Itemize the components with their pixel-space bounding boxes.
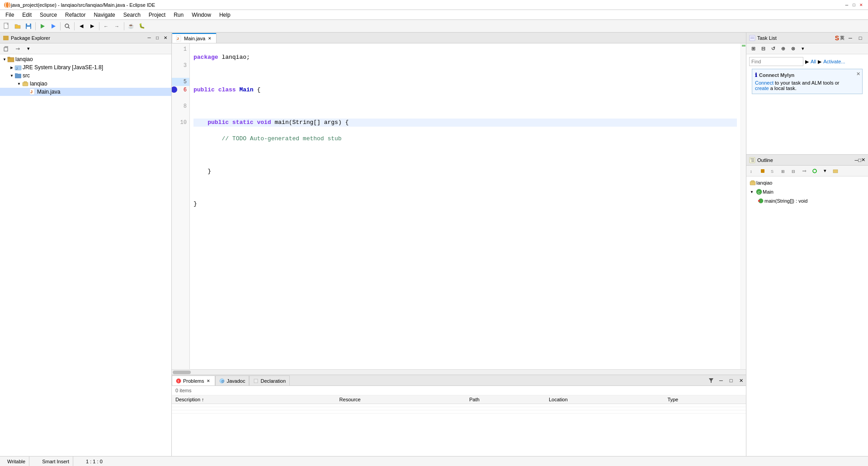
java-perspective-button[interactable]: ☕ [126,21,136,31]
menu-bar: File Edit Source Refactor Navigate Searc… [0,10,868,20]
find-input[interactable] [749,57,803,66]
menu-window[interactable]: Window [188,11,215,19]
en-icon: 英 [840,35,844,41]
svg-text:←: ← [104,24,108,29]
outline-link-btn[interactable] [799,166,809,176]
menu-source[interactable]: Source [36,11,61,19]
tree-item-src[interactable]: ▼ src [0,71,171,80]
outline-view-menu-btn[interactable]: ▾ [820,166,830,176]
svg-rect-14 [4,48,8,51]
maximize-button[interactable]: □ [851,2,857,8]
outline-item-main[interactable]: ▼ C Main [748,187,866,196]
outline-item-main-method[interactable]: main(String[]) : void [748,196,866,205]
menu-help[interactable]: Help [216,11,234,19]
outline-close[interactable]: ✕ [861,157,865,163]
tab-javadoc[interactable]: @ Javadoc [215,376,249,385]
task-btn-3[interactable]: ↺ [768,44,778,54]
tree-item-jre[interactable]: ▶ J JRE System Library [JavaSE-1.8] [0,63,171,71]
svg-text:⊞: ⊞ [781,169,785,174]
task-minimize[interactable]: ─ [845,33,855,43]
task-btn-4[interactable]: ⊕ [778,44,788,54]
problems-minimize[interactable]: ─ [716,376,726,385]
outline-collapse-btn[interactable]: ⊟ [789,166,799,176]
tab-declaration[interactable]: Declaration [249,376,290,385]
task-btn-5[interactable]: ⊗ [788,44,798,54]
outline-expand-btn[interactable]: ⊞ [778,166,788,176]
menu-search[interactable]: Search [120,11,144,19]
package-explorer-close[interactable]: ✕ [162,35,169,41]
code-content[interactable]: package lanqiao; public class Main { pub… [190,43,741,369]
java-file-icon: J [29,88,36,95]
problems-maximize[interactable]: □ [726,376,736,385]
open-button[interactable] [13,21,23,31]
filter-btn[interactable] [706,376,716,385]
outline-maximize[interactable]: □ [858,157,861,163]
editor-tab-main-java[interactable]: J Main.java ✕ [172,33,217,43]
outline-sort-btn[interactable]: ↕ [747,166,757,176]
problems-close[interactable]: ✕ [736,376,746,385]
debug-button[interactable] [48,21,58,31]
pkg-view-menu-btn[interactable]: ▾ [24,44,33,54]
search-button[interactable] [62,21,72,31]
back-button[interactable]: ◀ [76,21,86,31]
mylyn-connect-link[interactable]: Connect [755,80,774,86]
tree-item-pkg[interactable]: ▼ lanqiao [0,80,171,88]
mylyn-create-link[interactable]: create [755,86,769,91]
menu-navigate[interactable]: Navigate [90,11,118,19]
task-list-panel: Task List S 英 ─ □ ⊞ ⊟ ↺ ⊕ ⊗ ▾ ▶ [746,33,868,155]
horizontal-scrollbar[interactable] [172,369,746,375]
task-btn-2[interactable]: ⊟ [758,44,768,54]
status-writable: Writable [4,456,29,466]
menu-run[interactable]: Run [170,11,187,19]
run-button[interactable] [38,21,47,31]
col-location[interactable]: Location [545,395,664,404]
task-btn-6[interactable]: ▾ [798,44,808,54]
tree-item-project[interactable]: ▼ lanqiao [0,55,171,63]
mylyn-close-btn[interactable]: ✕ [856,71,860,77]
task-btn-1[interactable]: ⊞ [748,44,758,54]
code-line-11 [193,216,737,224]
package-explorer-maximize[interactable]: □ [154,35,160,41]
col-description[interactable]: Description ↑ [172,395,336,404]
close-button[interactable]: ✕ [858,2,864,8]
outline-hide-fields-btn[interactable] [758,166,768,176]
col-resource[interactable]: Resource [336,395,466,404]
code-editor[interactable]: 1 3 5 6 8 10 package lanqiao; public cla… [172,43,746,369]
save-button[interactable] [24,21,33,31]
tab-problems[interactable]: ! Problems ✕ [172,376,215,385]
menu-edit[interactable]: Edit [19,11,35,19]
svg-rect-17 [8,57,10,58]
editor-tab-close[interactable]: ✕ [207,36,212,41]
package-explorer-minimize[interactable]: ─ [146,35,152,41]
next-edit-button[interactable]: → [112,21,122,31]
outline-minimize[interactable]: ─ [855,157,859,163]
all-link[interactable]: All [811,59,816,64]
activate-link[interactable]: Activate... [823,59,845,64]
menu-file[interactable]: File [2,11,18,19]
find-arrow: ▶ [818,59,821,65]
problems-tab-close[interactable]: ✕ [206,378,211,384]
outline-hide-static-btn[interactable]: S [768,166,778,176]
svg-rect-4 [27,24,30,25]
new-button[interactable] [2,21,12,31]
debug-perspective-button[interactable]: 🐛 [137,21,147,31]
svg-rect-25 [24,81,27,83]
menu-refactor[interactable]: Refactor [61,11,89,19]
svg-point-8 [65,24,69,28]
line-numbers: 1 3 5 6 8 10 [172,43,190,369]
minimize-button[interactable]: ─ [844,2,850,8]
outline-public-btn[interactable] [810,166,820,176]
collapse-all-btn[interactable] [2,44,12,54]
menu-project[interactable]: Project [145,11,169,19]
link-editor-btn[interactable] [13,44,23,54]
col-path[interactable]: Path [466,395,545,404]
outline-pkg-btn[interactable] [830,166,840,176]
forward-button[interactable]: ▶ [87,21,97,31]
col-type[interactable]: Type [664,395,746,404]
prev-edit-button[interactable]: ← [101,21,111,31]
task-maximize[interactable]: □ [855,33,865,43]
tree-item-main-java[interactable]: J Main.java [0,88,171,96]
svg-marker-35 [709,378,713,383]
code-line-10: } [193,200,737,208]
outline-item-lanqiao[interactable]: lanqiao [748,178,866,187]
